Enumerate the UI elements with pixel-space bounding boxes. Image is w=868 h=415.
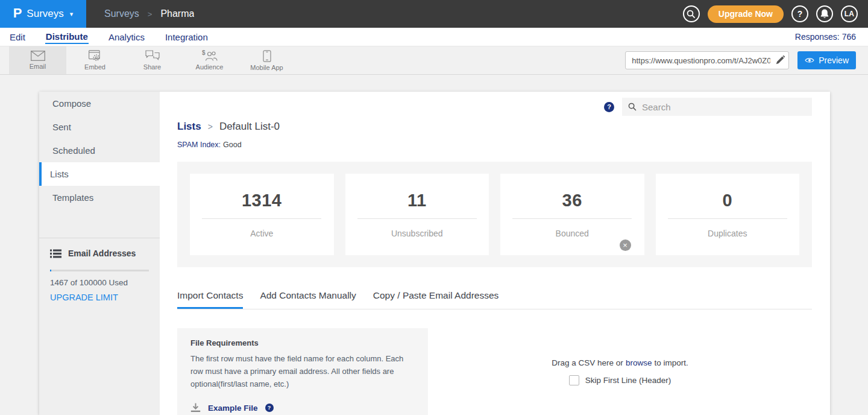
skip-first-line-label: Skip First Line (Header): [585, 376, 671, 385]
list-stats-panel: 1314 Active 11 Unsubscribed 36 Bounced ×…: [177, 162, 812, 267]
upgrade-limit-link[interactable]: UPGRADE LIMIT: [50, 293, 118, 302]
file-requirements-body: The first row must have the field name f…: [190, 353, 417, 390]
contacts-search-box: [622, 98, 812, 116]
survey-url-field-wrap: [625, 51, 789, 69]
download-icon[interactable]: [190, 403, 201, 413]
browse-link[interactable]: browse: [626, 358, 652, 367]
embed-icon: [89, 50, 101, 62]
toolbar-item-embed[interactable]: Embed: [66, 46, 124, 74]
product-name: Surveys: [27, 8, 63, 20]
distribute-toolbar: Email Embed Share $: [0, 46, 868, 75]
tab-edit[interactable]: Edit: [9, 30, 26, 43]
envelope-icon: [31, 51, 45, 61]
stat-card-unsubscribed: 11 Unsubscribed: [345, 174, 489, 255]
tab-copy-paste-email-addresses[interactable]: Copy / Paste Email Addresses: [373, 290, 499, 309]
remove-bounced-icon[interactable]: ×: [620, 239, 631, 251]
email-usage-text: 1467 of 100000 Used: [50, 278, 149, 287]
distribute-sidebar: Compose Sent Scheduled Lists Templates E…: [39, 92, 160, 415]
toolbar-item-email[interactable]: Email: [9, 46, 66, 74]
toolbar-item-mobile-app[interactable]: Mobile App: [238, 46, 295, 74]
lists-link[interactable]: Lists: [177, 121, 201, 133]
email-usage-progress-fill: [50, 270, 51, 271]
search-help-icon[interactable]: ?: [604, 102, 614, 112]
eye-icon: [805, 57, 814, 63]
example-file-help-icon[interactable]: ?: [265, 404, 274, 412]
tab-analytics[interactable]: Analytics: [108, 30, 145, 43]
email-addresses-block: Email Addresses 1467 of 100000 Used UPGR…: [39, 238, 160, 303]
email-addresses-title: Email Addresses: [68, 249, 136, 258]
edit-url-pencil-icon[interactable]: [776, 55, 785, 65]
tab-import-contacts[interactable]: Import Contacts: [177, 290, 243, 309]
upgrade-now-button[interactable]: Upgrade Now: [708, 5, 784, 23]
questionpro-logo-icon: P: [13, 5, 22, 21]
notifications-button[interactable]: [816, 5, 833, 22]
search-icon: [687, 10, 696, 19]
product-switcher[interactable]: P Surveys ▾: [0, 0, 86, 28]
lists-page-card: Compose Sent Scheduled Lists Templates E…: [39, 92, 830, 415]
help-button[interactable]: ?: [791, 5, 808, 22]
sidebar-item-templates[interactable]: Templates: [39, 186, 160, 209]
user-avatar[interactable]: LA: [841, 5, 858, 22]
top-bar: P Surveys ▾ Surveys > Pharma Upgrade Now…: [0, 0, 868, 28]
list-breadcrumb: Lists > Default List-0: [177, 121, 812, 133]
tab-integration[interactable]: Integration: [165, 30, 209, 43]
file-requirements-box: File Requirements The first row must hav…: [177, 328, 428, 415]
breadcrumb-surveys-link[interactable]: Surveys: [104, 8, 139, 19]
example-file-link[interactable]: Example File: [208, 404, 258, 413]
tab-distribute[interactable]: Distribute: [45, 30, 89, 44]
spam-index-value: Good: [223, 141, 242, 149]
tab-add-contacts-manually[interactable]: Add Contacts Manually: [260, 290, 356, 309]
header-actions: Upgrade Now ? LA: [683, 5, 868, 23]
question-icon: ?: [797, 9, 803, 19]
dropzone-text: Drag a CSV here or browse to import.: [552, 358, 688, 367]
bell-icon: [820, 9, 829, 19]
share-icon: [145, 50, 160, 62]
responses-count[interactable]: Responses: 766: [795, 32, 856, 42]
breadcrumb: Surveys > Pharma: [104, 8, 194, 19]
stat-card-active: 1314 Active: [190, 174, 334, 255]
stat-card-duplicates: 0 Duplicates: [656, 174, 800, 255]
sidebar-item-scheduled[interactable]: Scheduled: [39, 139, 160, 162]
toolbar-item-share[interactable]: Share: [124, 46, 181, 74]
survey-tab-bar: Edit Distribute Analytics Integration Re…: [0, 28, 868, 46]
import-tabs: Import Contacts Add Contacts Manually Co…: [177, 290, 812, 309]
email-usage-progressbar: [50, 270, 149, 271]
breadcrumb-separator: >: [148, 10, 153, 19]
survey-url-input[interactable]: [625, 51, 789, 69]
search-button[interactable]: [683, 5, 700, 22]
spam-index: SPAM Index: Good: [177, 141, 812, 149]
search-input[interactable]: [642, 102, 806, 112]
breadcrumb-separator: >: [208, 122, 213, 131]
magnifier-icon: [628, 103, 637, 111]
spam-index-label: SPAM Index:: [177, 141, 221, 149]
svg-text:$: $: [202, 50, 206, 56]
toolbar-item-audience[interactable]: $ Audience: [181, 46, 238, 74]
breadcrumb-survey-name: Pharma: [160, 8, 194, 19]
file-requirements-title: File Requirements: [190, 338, 417, 347]
current-list-name: Default List-0: [219, 121, 280, 133]
stat-card-bounced: 36 Bounced ×: [500, 174, 644, 255]
preview-button[interactable]: Preview: [797, 51, 856, 69]
skip-first-line-checkbox[interactable]: [569, 375, 579, 385]
mobile-icon: [263, 50, 271, 62]
sidebar-item-compose[interactable]: Compose: [39, 92, 160, 115]
list-detail-main: ? Lists > Default List-0 SPAM Index: Goo…: [160, 92, 830, 415]
sidebar-item-lists[interactable]: Lists: [39, 162, 160, 186]
list-lines-icon: [50, 249, 61, 258]
audience-icon: $: [202, 50, 218, 62]
sidebar-item-sent[interactable]: Sent: [39, 115, 160, 139]
chevron-down-icon: ▾: [70, 10, 74, 18]
csv-dropzone[interactable]: Drag a CSV here or browse to import. Ski…: [428, 328, 812, 415]
